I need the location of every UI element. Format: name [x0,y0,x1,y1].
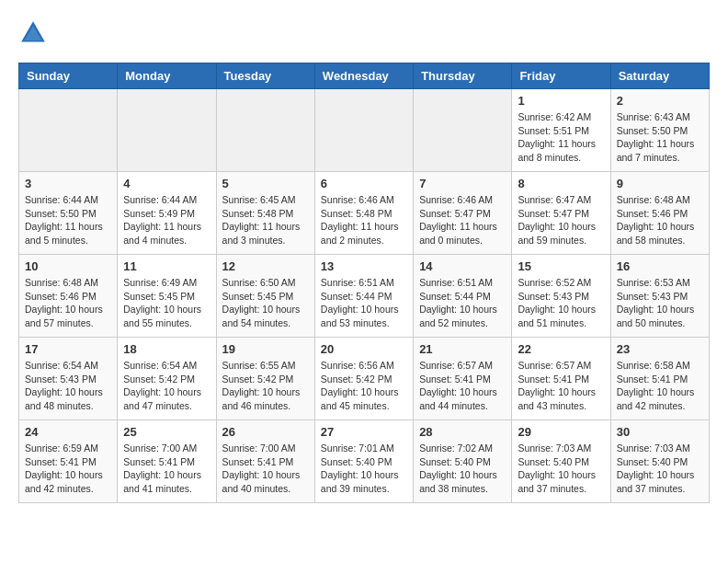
calendar-cell [118,89,216,172]
day-info: Sunrise: 6:58 AM Sunset: 5:41 PM Dayligh… [617,359,703,413]
day-info: Sunrise: 6:45 AM Sunset: 5:48 PM Dayligh… [222,193,309,247]
week-row-5: 24Sunrise: 6:59 AM Sunset: 5:41 PM Dayli… [19,420,710,503]
calendar-cell: 3Sunrise: 6:44 AM Sunset: 5:50 PM Daylig… [19,172,118,255]
header-row: SundayMondayTuesdayWednesdayThursdayFrid… [19,63,710,89]
day-number: 16 [617,259,703,273]
calendar-cell: 8Sunrise: 6:47 AM Sunset: 5:47 PM Daylig… [512,172,610,255]
day-number: 11 [123,259,210,273]
calendar-cell [414,89,512,172]
calendar-cell: 6Sunrise: 6:46 AM Sunset: 5:48 PM Daylig… [314,172,413,255]
day-number: 13 [321,259,407,273]
header-thursday: Thursday [414,63,512,89]
day-info: Sunrise: 6:56 AM Sunset: 5:42 PM Dayligh… [321,359,407,413]
day-info: Sunrise: 6:51 AM Sunset: 5:44 PM Dayligh… [419,276,506,330]
calendar-cell: 23Sunrise: 6:58 AM Sunset: 5:41 PM Dayli… [610,338,709,420]
calendar-cell: 10Sunrise: 6:48 AM Sunset: 5:46 PM Dayli… [19,255,118,338]
day-info: Sunrise: 7:01 AM Sunset: 5:40 PM Dayligh… [321,442,407,496]
day-number: 5 [222,177,309,190]
day-number: 15 [518,259,604,273]
day-number: 23 [617,342,703,356]
day-number: 26 [222,425,309,439]
day-info: Sunrise: 7:00 AM Sunset: 5:41 PM Dayligh… [123,442,210,496]
day-info: Sunrise: 6:46 AM Sunset: 5:47 PM Dayligh… [419,193,506,247]
day-info: Sunrise: 6:55 AM Sunset: 5:42 PM Dayligh… [222,359,309,413]
header-friday: Friday [512,63,610,89]
day-number: 1 [518,94,604,108]
week-row-1: 1Sunrise: 6:42 AM Sunset: 5:51 PM Daylig… [19,89,710,172]
day-info: Sunrise: 6:42 AM Sunset: 5:51 PM Dayligh… [518,110,604,165]
day-number: 9 [617,177,703,190]
calendar-body: 1Sunrise: 6:42 AM Sunset: 5:51 PM Daylig… [19,89,710,503]
day-number: 21 [419,342,506,356]
day-info: Sunrise: 6:59 AM Sunset: 5:41 PM Dayligh… [25,442,111,496]
day-info: Sunrise: 7:02 AM Sunset: 5:40 PM Dayligh… [419,442,506,496]
day-info: Sunrise: 6:57 AM Sunset: 5:41 PM Dayligh… [518,359,604,413]
day-number: 4 [123,177,210,190]
calendar-header: SundayMondayTuesdayWednesdayThursdayFrid… [19,63,710,89]
calendar-cell [19,89,118,172]
day-info: Sunrise: 6:47 AM Sunset: 5:47 PM Dayligh… [518,193,604,247]
calendar-cell: 26Sunrise: 7:00 AM Sunset: 5:41 PM Dayli… [216,420,314,503]
week-row-2: 3Sunrise: 6:44 AM Sunset: 5:50 PM Daylig… [19,172,710,255]
day-info: Sunrise: 6:51 AM Sunset: 5:44 PM Dayligh… [321,276,407,330]
calendar-cell: 27Sunrise: 7:01 AM Sunset: 5:40 PM Dayli… [314,420,413,503]
calendar-cell: 9Sunrise: 6:48 AM Sunset: 5:46 PM Daylig… [610,172,709,255]
calendar-cell: 13Sunrise: 6:51 AM Sunset: 5:44 PM Dayli… [314,255,413,338]
day-info: Sunrise: 6:54 AM Sunset: 5:42 PM Dayligh… [123,359,210,413]
day-number: 17 [25,342,111,356]
day-number: 29 [518,425,604,439]
day-number: 25 [123,425,210,439]
calendar-cell: 18Sunrise: 6:54 AM Sunset: 5:42 PM Dayli… [118,338,216,420]
day-number: 6 [321,177,407,190]
calendar-cell: 1Sunrise: 6:42 AM Sunset: 5:51 PM Daylig… [512,89,610,172]
day-info: Sunrise: 7:03 AM Sunset: 5:40 PM Dayligh… [518,442,604,496]
day-number: 30 [617,425,703,439]
calendar-cell: 22Sunrise: 6:57 AM Sunset: 5:41 PM Dayli… [512,338,610,420]
day-info: Sunrise: 6:57 AM Sunset: 5:41 PM Dayligh… [419,359,506,413]
day-number: 20 [321,342,407,356]
day-info: Sunrise: 7:03 AM Sunset: 5:40 PM Dayligh… [617,442,703,496]
day-number: 18 [123,342,210,356]
day-number: 22 [518,342,604,356]
day-number: 7 [419,177,506,190]
calendar-cell [314,89,413,172]
day-number: 19 [222,342,309,356]
day-number: 3 [25,177,111,190]
day-number: 28 [419,425,506,439]
calendar-cell: 14Sunrise: 6:51 AM Sunset: 5:44 PM Dayli… [414,255,512,338]
logo [18,18,51,48]
calendar-cell: 17Sunrise: 6:54 AM Sunset: 5:43 PM Dayli… [19,338,118,420]
calendar-cell: 25Sunrise: 7:00 AM Sunset: 5:41 PM Dayli… [118,420,216,503]
calendar-cell: 7Sunrise: 6:46 AM Sunset: 5:47 PM Daylig… [414,172,512,255]
week-row-4: 17Sunrise: 6:54 AM Sunset: 5:43 PM Dayli… [19,338,710,420]
header-monday: Monday [118,63,216,89]
day-info: Sunrise: 6:48 AM Sunset: 5:46 PM Dayligh… [617,193,703,247]
calendar-cell: 19Sunrise: 6:55 AM Sunset: 5:42 PM Dayli… [216,338,314,420]
calendar-cell: 24Sunrise: 6:59 AM Sunset: 5:41 PM Dayli… [19,420,118,503]
calendar-cell: 15Sunrise: 6:52 AM Sunset: 5:43 PM Dayli… [512,255,610,338]
day-number: 8 [518,177,604,190]
day-info: Sunrise: 6:52 AM Sunset: 5:43 PM Dayligh… [518,276,604,330]
day-info: Sunrise: 6:44 AM Sunset: 5:50 PM Dayligh… [25,193,111,247]
page-header [18,18,710,48]
day-info: Sunrise: 7:00 AM Sunset: 5:41 PM Dayligh… [222,442,309,496]
calendar-cell: 16Sunrise: 6:53 AM Sunset: 5:43 PM Dayli… [610,255,709,338]
day-info: Sunrise: 6:46 AM Sunset: 5:48 PM Dayligh… [321,193,407,247]
calendar-cell: 20Sunrise: 6:56 AM Sunset: 5:42 PM Dayli… [314,338,413,420]
day-number: 12 [222,259,309,273]
day-info: Sunrise: 6:49 AM Sunset: 5:45 PM Dayligh… [123,276,210,330]
day-info: Sunrise: 6:48 AM Sunset: 5:46 PM Dayligh… [25,276,111,330]
day-info: Sunrise: 6:43 AM Sunset: 5:50 PM Dayligh… [617,110,703,165]
calendar-cell: 21Sunrise: 6:57 AM Sunset: 5:41 PM Dayli… [414,338,512,420]
header-wednesday: Wednesday [314,63,413,89]
header-tuesday: Tuesday [216,63,314,89]
calendar-cell: 28Sunrise: 7:02 AM Sunset: 5:40 PM Dayli… [414,420,512,503]
calendar-cell: 4Sunrise: 6:44 AM Sunset: 5:49 PM Daylig… [118,172,216,255]
calendar-cell: 5Sunrise: 6:45 AM Sunset: 5:48 PM Daylig… [216,172,314,255]
day-number: 10 [25,259,111,273]
header-saturday: Saturday [610,63,709,89]
calendar-cell: 29Sunrise: 7:03 AM Sunset: 5:40 PM Dayli… [512,420,610,503]
day-info: Sunrise: 6:50 AM Sunset: 5:45 PM Dayligh… [222,276,309,330]
logo-icon [18,18,48,48]
calendar-cell: 2Sunrise: 6:43 AM Sunset: 5:50 PM Daylig… [610,89,709,172]
